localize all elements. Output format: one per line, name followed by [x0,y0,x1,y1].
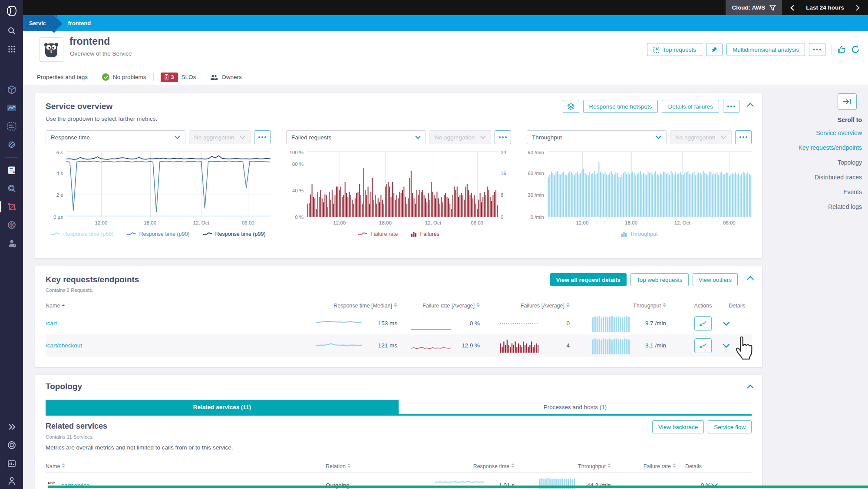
service-technology-icon [39,37,63,62]
col-relation[interactable]: Relation [326,463,430,469]
chart-more-button[interactable] [735,130,752,144]
multidimensional-analysis-button[interactable]: Multidimensional analysis [726,43,805,56]
scrollto-topology[interactable]: Topology [838,159,862,166]
throughput-plot[interactable] [548,151,752,217]
management-zone-filter[interactable]: Cloud: AWS [726,0,782,15]
refresh-icon[interactable] [851,45,860,54]
collapse-section-button[interactable] [746,276,754,281]
collapse-section-button[interactable] [746,102,754,107]
failed-requests-legend: Failure rate Failures [286,231,511,237]
section-title-service-overview: Service overview [46,102,112,111]
smartscape-icon[interactable] [0,198,23,216]
section-title-topology: Topology [46,382,82,391]
col-failure-rate[interactable]: Failure rate [611,463,676,469]
search-icon[interactable] [0,22,23,40]
scrollto-events[interactable]: Events [843,188,862,195]
throughput-sparkline [592,315,630,332]
metric-select-throughput[interactable]: Throughput [527,130,667,144]
throughput-value: 9.7 /min [630,320,666,327]
metric-select-response-time[interactable]: Response time [46,130,185,144]
response-time-sparkline [316,318,362,329]
scrollto-distributed-traces[interactable]: Distributed traces [815,174,862,181]
tab-processes-and-hosts[interactable]: Processes and hosts (1) [399,400,752,414]
col-response-time[interactable]: Response time [Median] [315,303,397,309]
tab-related-services[interactable]: Related services (11) [46,400,399,414]
overview-more-button[interactable] [723,100,739,113]
data-explorer-icon[interactable] [0,117,23,135]
col-throughput[interactable]: Throughput [591,303,666,309]
diagnostics-icon[interactable] [0,179,23,198]
col-response-time[interactable]: Response time [434,463,515,469]
top-web-requests-button[interactable]: Top web requests [630,273,689,286]
failed-requests-chart [307,151,498,217]
layers-button[interactable] [563,100,579,113]
metric-select-failed-requests[interactable]: Failed requests [286,130,426,144]
response-time-hotspots-button[interactable]: Response time hotspots [583,100,658,113]
pin-button[interactable] [706,43,723,56]
details-chevron-down-icon[interactable] [723,344,730,348]
view-all-request-details-button[interactable]: View all request details [550,273,627,286]
breadcrumb-services[interactable]: Services [23,15,57,31]
analyze-request-button[interactable] [694,316,712,331]
account-icon[interactable] [0,472,23,489]
details-chevron-down-icon[interactable] [723,321,730,326]
response-time-plot[interactable] [66,151,271,217]
col-failure-rate[interactable]: Failure rate [Average] [410,303,480,309]
scrollto-key-requests[interactable]: Key requests/endpoints [799,144,862,151]
timeframe-label[interactable]: Last 24 hours [806,4,844,11]
col-throughput[interactable]: Throughput [538,463,611,469]
header-more-button[interactable] [809,43,825,56]
details-of-failures-button[interactable]: Details of failures [662,100,719,113]
service-flow-button[interactable]: Service flow [708,420,752,433]
analyze-request-button[interactable] [694,338,712,353]
thumbs-up-icon[interactable] [837,45,847,54]
tab-slos[interactable]: 3 SLOs [154,73,203,82]
dashboards-icon[interactable] [0,99,23,117]
user-sessions-icon[interactable] [0,234,23,252]
left-nav-rail [0,0,23,489]
top-requests-button[interactable]: Top requests [647,43,702,56]
view-outliers-button[interactable]: View outliers [693,273,738,286]
dynatrace-logo[interactable] [0,0,23,22]
help-icon[interactable] [0,436,23,454]
table-row-cart-checkout[interactable]: /cart/checkout 121 ms 12.9 % 4 3.1 /min [46,334,752,357]
response-time-value: 153 ms [363,320,397,327]
scrollto-related-logs[interactable]: Related logs [828,203,862,210]
scrollto-service-overview[interactable]: Service overview [816,129,862,136]
collapse-section-button[interactable] [746,384,754,389]
related-services-title: Related services [46,422,107,431]
tab-problems[interactable]: No problems [95,73,153,81]
view-backtrace-button[interactable]: View backtrace [652,420,704,433]
topology-tabs: Related services (11) Processes and host… [46,400,752,416]
tab-properties-and-tags[interactable]: Properties and tags [30,74,95,80]
col-actions: Actions [683,303,723,309]
request-link[interactable]: /cart [46,320,57,327]
throughput-chart [548,151,752,217]
timeframe-forward-button[interactable] [855,4,860,11]
logs-icon[interactable] [0,161,23,179]
failure-rate-sparkline [411,339,451,352]
page-title: frontend [69,36,110,47]
table-row-cart[interactable]: /cart 153 ms 0 % 0 9.7 /min [46,312,752,334]
chart-more-button[interactable] [495,130,511,144]
col-name[interactable]: Name [46,463,326,469]
technologies-icon[interactable] [0,216,23,234]
request-link[interactable]: /cart/checkout [46,342,82,349]
expand-rail-icon[interactable] [0,418,23,436]
funnel-icon [769,4,776,11]
aggregation-select-disabled: No aggregation [670,130,732,144]
synthetic-icon[interactable] [0,135,23,154]
slo-badge: 3 [161,73,178,82]
throughput-value: 3.1 /min [630,342,666,349]
pin-icon [711,46,718,53]
hosts-icon[interactable] [0,81,23,99]
reports-icon[interactable] [0,454,23,472]
collapse-scrollto-panel-button[interactable] [838,93,857,110]
col-failures[interactable]: Failures [Average] [499,303,570,309]
col-name[interactable]: Name [46,303,315,309]
failed-requests-plot[interactable] [307,151,498,217]
apps-grid-icon[interactable] [0,40,23,58]
tab-owners[interactable]: Owners [203,74,249,80]
chart-more-button[interactable] [254,130,271,144]
timeframe-back-button[interactable] [790,4,795,11]
